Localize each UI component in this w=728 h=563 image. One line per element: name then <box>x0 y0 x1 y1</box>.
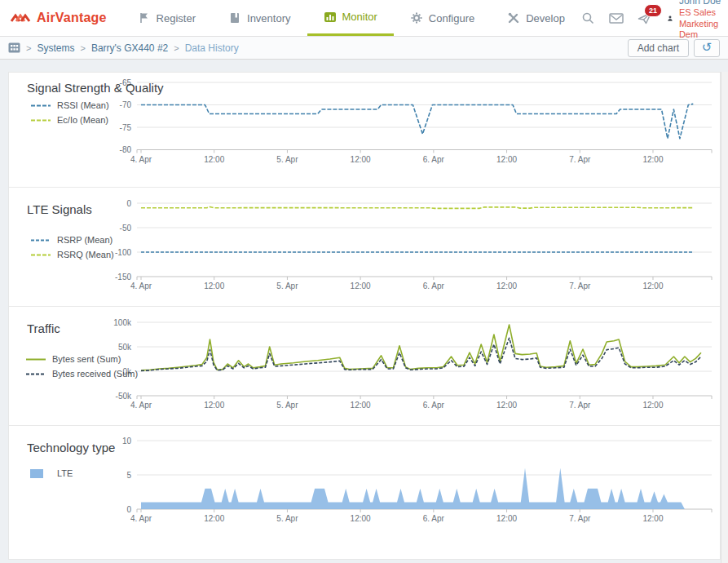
user-name: John Doe <box>679 0 726 7</box>
x-tick-label: 4. Apr <box>130 401 152 410</box>
notification-badge[interactable]: 21 <box>644 4 662 17</box>
legend-item-bytes-received-sum[interactable]: Bytes received (Sum) <box>25 369 138 379</box>
user-icon <box>667 11 673 25</box>
y-tick-label: -70 <box>120 100 132 109</box>
archive-icon <box>228 11 241 24</box>
legend-label: Ec/Io (Mean) <box>57 115 108 125</box>
search-icon[interactable] <box>581 11 595 25</box>
breadcrumb-separator: > <box>80 43 85 53</box>
y-tick-label: 5 <box>126 471 131 480</box>
x-tick-label: 12:00 <box>642 282 663 290</box>
announcements-icon[interactable]: 21 <box>638 11 653 24</box>
y-tick-label: 0 <box>126 199 131 208</box>
chart-section-traffic: Traffic Bytes sent (Sum)Bytes received (… <box>9 306 720 425</box>
x-tick-label: 4. Apr <box>130 282 152 290</box>
x-tick-label: 12:00 <box>204 155 224 164</box>
legend-item-bytes-sent-sum[interactable]: Bytes sent (Sum) <box>25 354 138 364</box>
undo-button[interactable]: ↺ <box>694 39 720 57</box>
y-tick-label: 0 <box>126 505 131 514</box>
airvantage-logo[interactable]: AirVantage <box>10 0 107 36</box>
x-tick-label: 6. Apr <box>423 282 445 290</box>
x-tick-label: 4. Apr <box>130 155 152 164</box>
series-rsrq-mean <box>141 206 693 208</box>
add-chart-button[interactable]: Add chart <box>628 39 689 57</box>
legend-label: RSRP (Mean) <box>57 235 113 245</box>
chart-legend: Bytes sent (Sum)Bytes received (Sum) <box>25 354 138 379</box>
legend-label: RSSI (Mean) <box>57 100 109 110</box>
x-tick-label: 12:00 <box>351 282 371 290</box>
legend-item-rssi-mean[interactable]: RSSI (Mean) <box>30 100 109 110</box>
chart-canvas-lte: 0-50-100-1504. Apr12:005. Apr12:006. Apr… <box>9 188 721 295</box>
legend-item-ec-io-mean[interactable]: Ec/Io (Mean) <box>30 115 109 125</box>
legend-marker-icon <box>25 355 46 364</box>
legend-marker-icon <box>25 370 46 379</box>
flag-icon <box>138 11 151 24</box>
x-tick-label: 5. Apr <box>276 401 298 410</box>
x-tick-label: 12:00 <box>496 401 517 410</box>
x-tick-label: 12:00 <box>496 155 517 164</box>
nav-register[interactable]: Register <box>121 0 212 36</box>
y-tick-label: -50k <box>116 392 132 401</box>
x-tick-label: 6. Apr <box>423 155 445 164</box>
x-tick-label: 12:00 <box>351 155 371 164</box>
user-org: ES Sales Marketing Dem <box>679 7 726 41</box>
nav-label: Inventory <box>247 12 290 24</box>
x-tick-label: 6. Apr <box>423 514 445 523</box>
user-menu[interactable]: John Doe ES Sales Marketing Dem <box>667 0 726 41</box>
app-header: AirVantage Register Inventory Monitor <box>0 0 728 37</box>
apps-grid-icon[interactable] <box>8 42 20 53</box>
legend-item-rsrq-mean[interactable]: RSRQ (Mean) <box>30 250 114 259</box>
nav-label: Monitor <box>342 11 377 23</box>
x-tick-label: 12:00 <box>496 514 517 523</box>
series-rssi-mean <box>141 104 693 138</box>
y-tick-label: -80 <box>120 145 132 154</box>
chart-section-technology-type: Technology type LTE 10504. Apr12:005. Ap… <box>9 425 720 547</box>
nav-label: Configure <box>429 12 474 24</box>
y-tick-label: -50 <box>120 224 132 233</box>
legend-marker-icon <box>30 116 51 125</box>
nav-label: Register <box>157 12 196 24</box>
nav-configure[interactable]: Configure <box>394 0 491 36</box>
breadcrumb: > Systems > Barry's GX440 #2 > Data Hist… <box>8 42 239 54</box>
legend-marker-icon <box>30 236 51 245</box>
main-content: Signal Strength & Quality RSSI (Mean)Ec/… <box>0 72 728 563</box>
x-tick-label: 12:00 <box>642 155 663 164</box>
chart-title: Traffic <box>27 321 60 335</box>
chart-legend: RSSI (Mean)Ec/Io (Mean) <box>30 100 109 125</box>
chart-section-signal-strength: Signal Strength & Quality RSSI (Mean)Ec/… <box>9 73 720 187</box>
breadcrumb-system-name[interactable]: Barry's GX440 #2 <box>91 42 168 54</box>
chart-section-lte-signals: LTE Signals RSRP (Mean)RSRQ (Mean) 0-50-… <box>9 187 720 306</box>
x-tick-label: 7. Apr <box>569 514 591 523</box>
chart-title: Technology type <box>27 441 115 454</box>
chart-canvas-technology: 10504. Apr12:005. Apr12:006. Apr12:007. … <box>9 426 721 527</box>
tools-icon <box>507 11 520 24</box>
x-tick-label: 12:00 <box>642 514 663 523</box>
y-tick-label: -150 <box>115 273 131 282</box>
x-tick-label: 4. Apr <box>130 514 152 523</box>
legend-item-lte[interactable]: LTE <box>30 468 73 478</box>
nav-develop[interactable]: Develop <box>491 0 581 36</box>
y-tick-label: -75 <box>120 123 132 132</box>
breadcrumb-separator: > <box>26 43 31 53</box>
x-tick-label: 12:00 <box>351 401 371 410</box>
legend-label: Bytes received (Sum) <box>52 369 138 379</box>
breadcrumb-systems[interactable]: Systems <box>37 42 74 54</box>
y-tick-label: 100k <box>113 318 132 327</box>
charts-card: Signal Strength & Quality RSSI (Mean)Ec/… <box>8 72 721 560</box>
legend-label: RSRQ (Mean) <box>57 250 114 259</box>
legend-marker-icon <box>30 469 51 478</box>
legend-label: LTE <box>57 468 73 478</box>
mail-icon[interactable] <box>609 12 624 24</box>
vertical-scrollbar[interactable] <box>721 72 728 563</box>
nav-inventory[interactable]: Inventory <box>212 0 307 36</box>
x-tick-label: 5. Apr <box>276 282 298 290</box>
main-nav: Register Inventory Monitor <box>121 0 581 36</box>
chart-legend: RSRP (Mean)RSRQ (Mean) <box>30 235 114 259</box>
y-tick-label: -100 <box>115 248 131 257</box>
breadcrumb-data-history: Data History <box>185 42 239 54</box>
legend-marker-icon <box>30 101 51 110</box>
nav-monitor[interactable]: Monitor <box>307 0 394 36</box>
nav-label: Develop <box>526 12 565 24</box>
x-tick-label: 12:00 <box>496 282 517 290</box>
legend-item-rsrp-mean[interactable]: RSRP (Mean) <box>30 235 114 245</box>
